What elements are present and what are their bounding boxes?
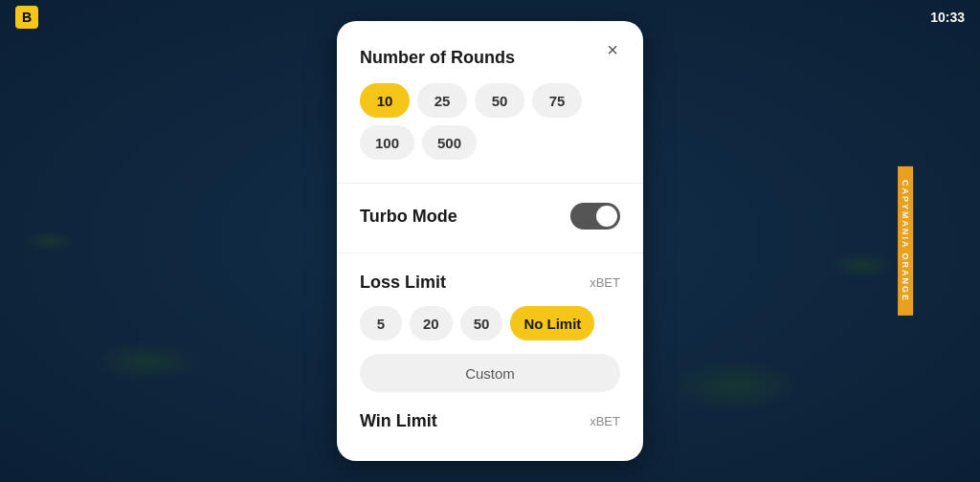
- loss-limit-no-limit[interactable]: No Limit: [510, 306, 594, 340]
- win-limit-header: Win Limit xBET: [360, 411, 620, 431]
- divider-2: [337, 252, 643, 253]
- round-option-50[interactable]: 50: [475, 83, 524, 118]
- toggle-thumb: [596, 206, 617, 227]
- round-option-100[interactable]: 100: [360, 125, 414, 160]
- loss-limit-20[interactable]: 20: [410, 306, 453, 340]
- round-option-25[interactable]: 25: [417, 83, 467, 118]
- round-option-500[interactable]: 500: [422, 125, 477, 160]
- win-limit-xbet: xBET: [590, 414, 620, 428]
- rounds-options: 10 25 50 75 100 500: [360, 83, 620, 160]
- win-limit-title: Win Limit: [360, 411, 437, 431]
- rounds-title: Number of Rounds: [360, 48, 620, 68]
- loss-limit-title: Loss Limit: [360, 273, 446, 293]
- loss-limit-5[interactable]: 5: [360, 306, 402, 340]
- round-option-10[interactable]: 10: [360, 83, 410, 118]
- turbo-mode-label: Turbo Mode: [360, 207, 457, 227]
- close-icon: ×: [607, 39, 618, 61]
- settings-modal: × Number of Rounds 10 25 50 75 100 500 T…: [337, 21, 643, 461]
- close-button[interactable]: ×: [597, 34, 628, 65]
- loss-limit-50[interactable]: 50: [460, 306, 503, 340]
- loss-limit-options: 5 20 50 No Limit: [360, 306, 620, 340]
- turbo-toggle[interactable]: [570, 203, 620, 230]
- loss-limit-xbet: xBET: [590, 275, 620, 290]
- round-option-75[interactable]: 75: [532, 83, 582, 118]
- modal-backdrop: × Number of Rounds 10 25 50 75 100 500 T…: [0, 0, 980, 482]
- divider-1: [337, 183, 643, 184]
- loss-limit-header: Loss Limit xBET: [360, 273, 620, 293]
- turbo-mode-row: Turbo Mode: [360, 203, 620, 230]
- custom-button[interactable]: Custom: [360, 354, 620, 392]
